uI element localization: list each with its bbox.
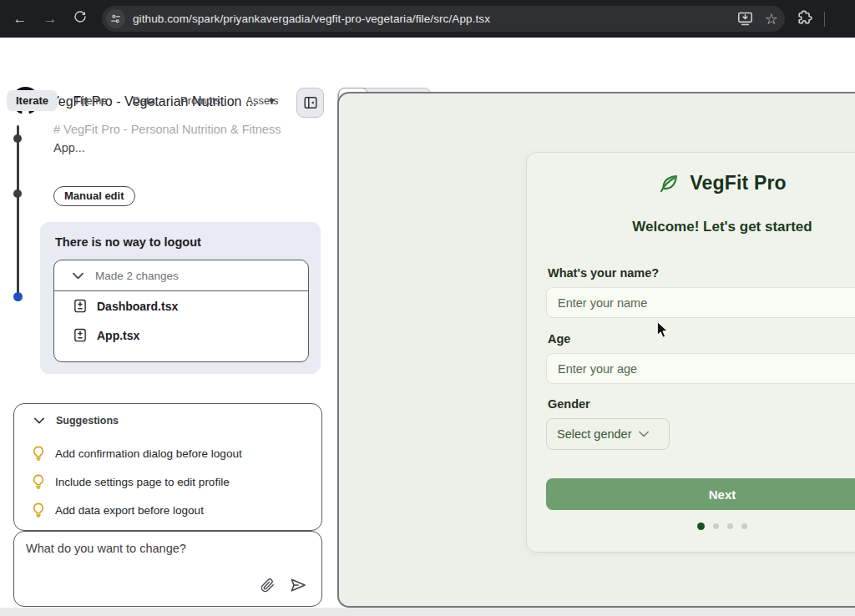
sidebar-tabs: Iterate Theme Data Prompts Assets <box>7 90 287 111</box>
screen: ← → github.com/spark/priyankavergadia/ve… <box>0 0 855 616</box>
suggestion-text: Include settings page to edit profile <box>55 476 230 488</box>
name-input[interactable] <box>546 287 855 318</box>
app-header: VegFit Pro - Vegetarian Nutrition ... ▼ <box>0 38 855 92</box>
file-diff-icon <box>73 299 87 313</box>
chat-input[interactable] <box>26 542 276 575</box>
changes-summary-row[interactable]: Made 2 changes <box>54 260 308 291</box>
chevron-down-icon <box>73 272 83 280</box>
site-info-icon[interactable] <box>106 9 125 28</box>
manual-edit-badge[interactable]: Manual edit <box>53 186 135 206</box>
gender-label: Gender <box>548 397 590 411</box>
chevron-down-icon <box>34 417 44 424</box>
lightbulb-icon <box>32 474 45 489</box>
step-dot <box>727 523 733 529</box>
suggestion-text: Add data export before logout <box>55 504 204 517</box>
chevron-down-icon <box>639 431 649 437</box>
welcome-heading: Welcome! Let's get started <box>526 219 855 235</box>
suggestion-item[interactable]: Add data export before logout <box>32 502 204 518</box>
tab-iterate[interactable]: Iterate <box>7 90 58 111</box>
file-name: App.tsx <box>97 329 139 342</box>
change-request-card: There is no way to logout Made 2 changes… <box>40 222 321 374</box>
url-text[interactable]: github.com/spark/priyankavergadia/vegfit… <box>133 13 726 25</box>
next-button[interactable]: Next <box>546 478 855 510</box>
brand-name: VegFit Pro <box>690 172 787 194</box>
attach-file-icon[interactable] <box>261 578 275 596</box>
file-name: Dashboard.tsx <box>97 300 178 313</box>
extensions-icon[interactable] <box>797 9 812 28</box>
suggestions-header[interactable]: Suggestions <box>34 415 119 427</box>
forward-icon[interactable]: → <box>35 11 65 28</box>
step-dot <box>713 523 719 529</box>
timeline-line <box>17 125 19 294</box>
mouse-cursor <box>656 321 669 339</box>
suggestion-item[interactable]: Add confirmation dialog before logout <box>32 446 242 461</box>
timeline-dot <box>13 134 22 143</box>
suggestion-text: Add confirmation dialog before logout <box>55 447 242 460</box>
timeline-dot-current <box>13 292 23 301</box>
tab-assets[interactable]: Assets <box>236 90 287 111</box>
age-input[interactable] <box>546 353 855 384</box>
step-pagination <box>526 523 855 530</box>
timeline-dot <box>13 189 22 198</box>
prompt-text-faded: # VegFit Pro - Personal Nutrition & Fitn… <box>53 120 304 139</box>
name-label: What's your name? <box>548 266 659 280</box>
bookmark-star-icon[interactable]: ☆ <box>765 10 778 28</box>
brand-row: VegFit Pro <box>526 172 855 194</box>
lightbulb-icon <box>32 446 45 461</box>
back-icon[interactable]: ← <box>5 11 35 28</box>
changes-summary-label: Made 2 changes <box>95 270 179 282</box>
chat-composer <box>13 531 322 607</box>
lightbulb-icon <box>32 502 45 518</box>
toggle-sidebar-button[interactable] <box>296 88 324 118</box>
changed-file-row[interactable]: Dashboard.tsx <box>54 291 308 321</box>
send-icon[interactable] <box>290 578 306 596</box>
tab-prompts[interactable]: Prompts <box>171 90 230 111</box>
leaf-icon <box>658 172 680 194</box>
timeline-entry-initial-prompt[interactable]: # VegFit Pro - Personal Nutrition & Fitn… <box>53 120 304 157</box>
step-dot-active <box>697 523 705 530</box>
tab-theme[interactable]: Theme <box>64 90 116 111</box>
url-bar[interactable]: github.com/spark/priyankavergadia/vegfit… <box>102 6 785 32</box>
tab-data[interactable]: Data <box>124 90 164 111</box>
suggestion-item[interactable]: Include settings page to edit profile <box>32 474 230 489</box>
sidebar-panel-icon <box>303 95 318 110</box>
reload-icon[interactable] <box>65 10 95 28</box>
file-diff-icon <box>73 328 87 342</box>
browser-toolbar: ← → github.com/spark/priyankavergadia/ve… <box>0 0 855 38</box>
toolbar-divider <box>824 12 825 27</box>
suggestions-title: Suggestions <box>56 415 119 427</box>
changes-box: Made 2 changes Dashboard.tsx App.tsx <box>53 260 309 362</box>
gender-select[interactable]: Select gender <box>546 418 670 450</box>
page-bottom-strip <box>0 608 855 616</box>
changed-file-row[interactable]: App.tsx <box>54 321 308 350</box>
age-label: Age <box>548 332 570 346</box>
install-app-icon[interactable] <box>737 12 753 26</box>
prompt-text: App... <box>53 139 304 157</box>
gender-selected-value: Select gender <box>557 427 631 441</box>
suggestions-panel: Suggestions Add confirmation dialog befo… <box>13 403 322 531</box>
step-dot <box>741 523 747 529</box>
change-request-text: There is no way to logout <box>55 235 201 249</box>
